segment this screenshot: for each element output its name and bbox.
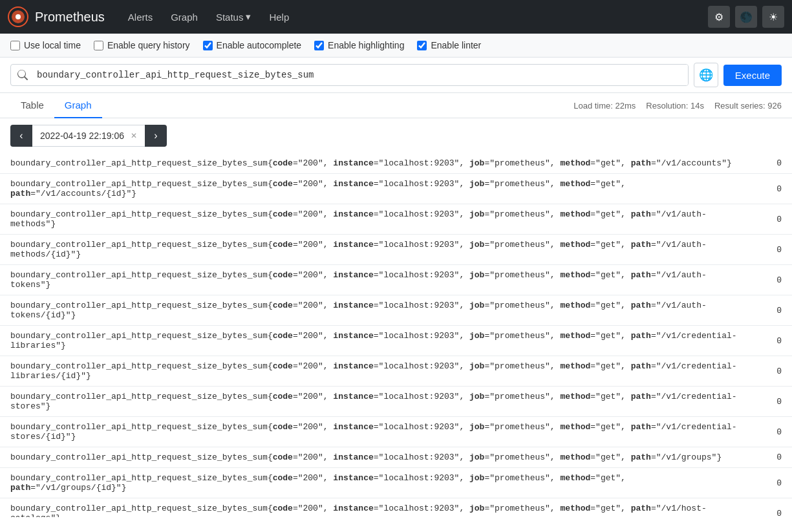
enable-autocomplete-checkbox[interactable] bbox=[203, 41, 213, 50]
data-table: boundary_controller_api_http_request_siz… bbox=[0, 153, 792, 517]
result-series: Result series: 926 bbox=[714, 101, 782, 111]
data-table-wrapper: boundary_controller_api_http_request_siz… bbox=[0, 153, 792, 517]
nav-graph[interactable]: Graph bbox=[163, 8, 206, 27]
navbar: Prometheus Alerts Graph Status ▾ Help ⚙ … bbox=[0, 0, 792, 34]
metric-cell: boundary_controller_api_http_request_siz… bbox=[0, 265, 753, 295]
use-local-time-checkbox[interactable] bbox=[10, 41, 20, 50]
value-cell: 0 bbox=[753, 387, 792, 417]
tab-graph[interactable]: Graph bbox=[54, 93, 102, 118]
search-input[interactable] bbox=[34, 65, 688, 85]
meta-info: Load time: 22ms Resolution: 14s Result s… bbox=[573, 101, 782, 111]
search-wrapper bbox=[10, 64, 689, 86]
value-cell: 0 bbox=[753, 153, 792, 174]
load-time: Load time: 22ms bbox=[573, 101, 636, 111]
table-row: boundary_controller_api_http_request_siz… bbox=[0, 498, 792, 518]
enable-query-history-text: Enable query history bbox=[107, 40, 190, 50]
svg-point-2 bbox=[16, 14, 21, 19]
metric-cell: boundary_controller_api_http_request_siz… bbox=[0, 417, 753, 447]
value-cell: 0 bbox=[753, 417, 792, 447]
table-row: boundary_controller_api_http_request_siz… bbox=[0, 295, 792, 326]
tabs-area: Table Graph Load time: 22ms Resolution: … bbox=[0, 93, 792, 118]
datetime-clear-button[interactable]: ✕ bbox=[131, 131, 137, 140]
nav-status[interactable]: Status ▾ bbox=[208, 7, 259, 27]
value-cell: 0 bbox=[753, 235, 792, 265]
theme-light-btn[interactable]: ☀ bbox=[762, 6, 784, 28]
enable-highlighting-label[interactable]: Enable highlighting bbox=[314, 40, 404, 50]
settings-icon-btn[interactable]: ⚙ bbox=[708, 6, 730, 28]
nav-icons: ⚙ 🌑 ☀ bbox=[708, 6, 784, 28]
metric-cell: boundary_controller_api_http_request_siz… bbox=[0, 326, 753, 356]
value-cell: 0 bbox=[753, 498, 792, 518]
search-bar: 🌐 Execute bbox=[0, 58, 792, 93]
search-icon bbox=[11, 70, 34, 80]
metric-cell: boundary_controller_api_http_request_siz… bbox=[0, 174, 753, 204]
nav-alerts[interactable]: Alerts bbox=[120, 8, 160, 27]
value-cell: 0 bbox=[753, 265, 792, 295]
metric-cell: boundary_controller_api_http_request_siz… bbox=[0, 295, 753, 326]
table-row: boundary_controller_api_http_request_siz… bbox=[0, 174, 792, 204]
globe-button[interactable]: 🌐 bbox=[694, 63, 718, 87]
table-row: boundary_controller_api_http_request_siz… bbox=[0, 204, 792, 235]
table-row: boundary_controller_api_http_request_siz… bbox=[0, 468, 792, 498]
table-row: boundary_controller_api_http_request_siz… bbox=[0, 356, 792, 387]
metric-cell: boundary_controller_api_http_request_siz… bbox=[0, 204, 753, 235]
value-cell: 0 bbox=[753, 468, 792, 498]
brand[interactable]: Prometheus bbox=[8, 6, 105, 27]
datetime-nav: ‹ 2022-04-19 22:19:06 ✕ › bbox=[0, 118, 792, 153]
value-cell: 0 bbox=[753, 295, 792, 326]
execute-button[interactable]: Execute bbox=[723, 65, 782, 86]
use-local-time-text: Use local time bbox=[24, 40, 81, 50]
value-cell: 0 bbox=[753, 204, 792, 235]
enable-linter-text: Enable linter bbox=[431, 40, 481, 50]
tab-table[interactable]: Table bbox=[10, 93, 54, 118]
use-local-time-label[interactable]: Use local time bbox=[10, 40, 81, 50]
chevron-down-icon: ▾ bbox=[246, 11, 251, 23]
metric-cell: boundary_controller_api_http_request_siz… bbox=[0, 498, 753, 518]
table-row: boundary_controller_api_http_request_siz… bbox=[0, 153, 792, 174]
prometheus-logo bbox=[8, 6, 28, 27]
value-cell: 0 bbox=[753, 174, 792, 204]
next-arrow-button[interactable]: › bbox=[145, 125, 167, 147]
enable-highlighting-text: Enable highlighting bbox=[328, 40, 404, 50]
datetime-display: 2022-04-19 22:19:06 ✕ bbox=[32, 125, 145, 147]
value-cell: 0 bbox=[753, 326, 792, 356]
metric-cell: boundary_controller_api_http_request_siz… bbox=[0, 235, 753, 265]
table-row: boundary_controller_api_http_request_siz… bbox=[0, 326, 792, 356]
metric-cell: boundary_controller_api_http_request_siz… bbox=[0, 447, 753, 468]
metric-cell: boundary_controller_api_http_request_siz… bbox=[0, 468, 753, 498]
datetime-value: 2022-04-19 22:19:06 bbox=[40, 131, 124, 141]
toolbar: Use local time Enable query history Enab… bbox=[0, 34, 792, 58]
value-cell: 0 bbox=[753, 356, 792, 387]
metric-cell: boundary_controller_api_http_request_siz… bbox=[0, 387, 753, 417]
table-row: boundary_controller_api_http_request_siz… bbox=[0, 265, 792, 295]
enable-query-history-checkbox[interactable] bbox=[94, 41, 103, 50]
table-row: boundary_controller_api_http_request_siz… bbox=[0, 447, 792, 468]
enable-highlighting-checkbox[interactable] bbox=[314, 41, 324, 50]
table-row: boundary_controller_api_http_request_siz… bbox=[0, 387, 792, 417]
table-row: boundary_controller_api_http_request_siz… bbox=[0, 417, 792, 447]
nav-links: Alerts Graph Status ▾ Help bbox=[120, 7, 297, 27]
enable-linter-label[interactable]: Enable linter bbox=[417, 40, 481, 50]
table-row: boundary_controller_api_http_request_siz… bbox=[0, 235, 792, 265]
value-cell: 0 bbox=[753, 447, 792, 468]
metric-cell: boundary_controller_api_http_request_siz… bbox=[0, 153, 753, 174]
prev-arrow-button[interactable]: ‹ bbox=[10, 125, 32, 147]
enable-linter-checkbox[interactable] bbox=[417, 41, 427, 50]
enable-autocomplete-label[interactable]: Enable autocomplete bbox=[203, 40, 302, 50]
metric-cell: boundary_controller_api_http_request_siz… bbox=[0, 356, 753, 387]
resolution: Resolution: 14s bbox=[646, 101, 704, 111]
theme-dark-btn[interactable]: 🌑 bbox=[735, 6, 757, 28]
nav-help[interactable]: Help bbox=[261, 8, 297, 27]
enable-autocomplete-text: Enable autocomplete bbox=[217, 40, 302, 50]
enable-query-history-label[interactable]: Enable query history bbox=[94, 40, 190, 50]
brand-name: Prometheus bbox=[35, 10, 105, 25]
